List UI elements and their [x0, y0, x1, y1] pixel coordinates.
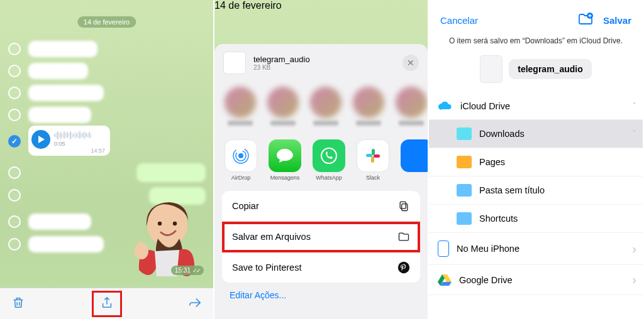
select-radio[interactable] — [8, 109, 21, 121]
svg-rect-12 — [371, 156, 374, 163]
apps-row: AirDrop Mensagens WhatsApp — [214, 133, 428, 185]
file-size: 23 KB — [253, 64, 395, 71]
share-icon — [100, 296, 114, 310]
app-messages[interactable]: Mensagens — [269, 139, 301, 181]
action-label: Salvar em Arquivos — [232, 232, 311, 242]
icloud-icon — [438, 100, 453, 112]
chevron-down-icon — [632, 101, 636, 111]
app-label: AirDrop — [231, 175, 251, 181]
location-label: No Meu iPhone — [457, 244, 519, 254]
whatsapp-icon — [313, 139, 345, 172]
new-folder-button[interactable] — [578, 13, 593, 28]
voice-message-bubble[interactable]: 0:05 14:57 — [28, 126, 110, 156]
save-button[interactable]: Salvar — [603, 15, 631, 26]
date-pill: 14 de fevereiro — [77, 16, 136, 28]
close-icon: ✕ — [407, 58, 414, 68]
share-button[interactable] — [92, 291, 122, 317]
select-radio-checked[interactable] — [8, 135, 21, 148]
select-radio[interactable] — [8, 166, 21, 179]
forward-icon — [188, 296, 202, 310]
folder-icon — [397, 230, 410, 243]
msg-bubble-blurred[interactable] — [136, 163, 206, 182]
waveform: 0:05 — [54, 129, 105, 147]
select-radio[interactable] — [8, 238, 21, 251]
actions-list: Copiar Salvar em Arquivos Save to Pinter… — [222, 191, 420, 283]
date-pill: 14 de fevereiro — [214, 0, 428, 11]
location-icloud-drive[interactable]: iCloud Drive — [429, 93, 643, 120]
location-downloads[interactable]: Downloads — [429, 120, 643, 148]
save-description: O item será salvo em “Downloads” em iClo… — [429, 33, 643, 49]
locations-list: iCloud Drive Downloads Pages Pasta sem t… — [429, 93, 643, 295]
file-name: telegram_audio — [253, 55, 395, 64]
share-contact[interactable] — [396, 87, 427, 126]
trash-icon — [11, 296, 25, 310]
action-save-to-files[interactable]: Salvar em Arquivos — [222, 222, 420, 252]
select-radio[interactable] — [8, 87, 21, 99]
location-google-drive[interactable]: Google Drive — [429, 265, 643, 295]
svg-point-6 — [238, 153, 243, 158]
select-radio[interactable] — [8, 189, 21, 202]
location-label: Pages — [479, 157, 505, 167]
app-label: Mensagens — [270, 175, 300, 181]
app-more[interactable] — [401, 139, 428, 181]
location-untitled-folder[interactable]: Pasta sem título — [429, 176, 643, 205]
select-radio[interactable] — [8, 43, 21, 55]
svg-point-16 — [398, 262, 409, 273]
file-icon — [480, 55, 502, 83]
location-label: Shortcuts — [479, 214, 518, 224]
app-airdrop[interactable]: AirDrop — [225, 139, 257, 181]
msg-bubble-blurred[interactable] — [28, 214, 91, 230]
share-contact[interactable] — [225, 87, 256, 126]
msg-bubble-blurred[interactable] — [28, 85, 104, 101]
folder-icon — [457, 127, 472, 140]
svg-rect-10 — [372, 149, 375, 155]
app-slack[interactable]: Slack — [357, 139, 389, 181]
share-contact[interactable] — [310, 87, 341, 126]
play-button[interactable] — [31, 130, 50, 149]
action-copy[interactable]: Copiar — [222, 191, 420, 222]
play-icon — [38, 136, 45, 143]
share-contact[interactable] — [267, 87, 299, 126]
new-folder-icon — [578, 13, 593, 25]
app-label: Slack — [366, 175, 380, 181]
msg-bubble-blurred[interactable] — [28, 63, 88, 79]
msg-bubble-blurred[interactable] — [28, 41, 97, 57]
select-radio[interactable] — [8, 215, 21, 228]
edit-actions-link[interactable]: Editar Ações... — [214, 283, 428, 311]
select-radio[interactable] — [8, 65, 21, 77]
location-on-my-iphone[interactable]: No Meu iPhone — [429, 233, 643, 265]
svg-rect-5 — [135, 245, 139, 252]
message-time: 14:57 — [91, 148, 105, 154]
airdrop-icon — [225, 139, 257, 172]
slack-icon — [357, 139, 389, 172]
folder-icon — [457, 184, 472, 197]
share-sheet: telegram_audio 23 KB ✕ AirDrop — [214, 44, 428, 319]
save-dialog-header: Cancelar Salvar — [429, 0, 643, 33]
delete-button[interactable] — [11, 296, 25, 312]
msg-bubble-blurred[interactable] — [28, 107, 91, 123]
location-shortcuts[interactable]: Shortcuts — [429, 205, 643, 233]
voice-duration: 0:05 — [54, 141, 105, 147]
pinterest-icon — [397, 261, 410, 274]
selection-toolbar — [0, 288, 213, 319]
contacts-row — [214, 82, 428, 133]
forward-button[interactable] — [188, 296, 202, 312]
svg-point-1 — [158, 222, 162, 225]
chevron-right-icon — [632, 273, 636, 287]
msg-bubble-blurred[interactable] — [28, 236, 104, 252]
location-pages[interactable]: Pages — [429, 148, 643, 176]
app-whatsapp[interactable]: WhatsApp — [313, 139, 345, 181]
filename-input[interactable]: telegram_audio — [509, 59, 591, 79]
telegram-chat-panel: 14 de fevereiro 0:05 — [0, 0, 214, 319]
share-contact[interactable] — [353, 87, 384, 126]
svg-rect-14 — [402, 204, 408, 211]
iphone-icon — [438, 241, 449, 257]
svg-point-9 — [321, 148, 336, 163]
action-save-pinterest[interactable]: Save to Pinterest — [222, 252, 420, 283]
app-icon-partial — [401, 139, 428, 172]
share-sheet-panel: 14 de fevereiro telegram_audio 23 KB ✕ — [214, 0, 429, 319]
cancel-button[interactable]: Cancelar — [440, 15, 478, 26]
svg-rect-13 — [374, 154, 380, 158]
close-button[interactable]: ✕ — [402, 55, 419, 71]
folder-icon — [457, 156, 472, 168]
